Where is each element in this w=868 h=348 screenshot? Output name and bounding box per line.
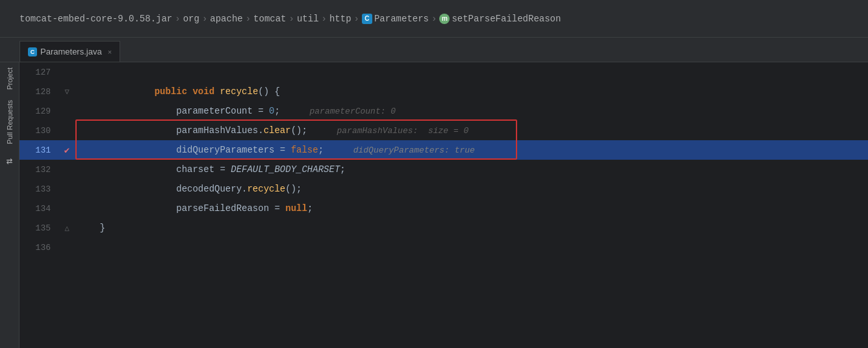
code-area: 127 128 ▽ public void recycle() { 129 xyxy=(19,62,868,348)
breadcrumb-jar[interactable]: tomcat-embed-core-9.0.58.jar xyxy=(19,14,172,24)
breadcrumb-sep1: › xyxy=(175,14,180,24)
line-num-129: 129 xyxy=(19,106,58,116)
breadcrumb-sep5: › xyxy=(322,14,327,24)
line-num-127: 127 xyxy=(19,68,58,77)
breadcrumb-apache[interactable]: apache xyxy=(210,14,242,24)
left-sidebar: Project Pull Requests ⇄ xyxy=(0,62,19,348)
line-num-135: 135 xyxy=(19,223,58,233)
line-gutter-135: △ xyxy=(58,223,75,233)
line-num-136: 136 xyxy=(19,243,58,253)
line-num-128: 128 xyxy=(19,87,58,97)
breadcrumb-util[interactable]: util xyxy=(297,14,319,24)
tab-label: Parameters.java xyxy=(40,47,102,56)
fold-icon-128: ▽ xyxy=(64,87,69,97)
breadcrumb-org[interactable]: org xyxy=(183,14,199,24)
tab-parameters-java[interactable]: C Parameters.java × xyxy=(19,41,120,62)
code-line-135: 135 △ } xyxy=(19,218,868,238)
line-num-134: 134 xyxy=(19,204,58,214)
class-icon: C xyxy=(362,14,372,24)
tab-class-icon: C xyxy=(28,47,37,56)
breadcrumb-sep2: › xyxy=(202,14,207,24)
line-num-131: 131 xyxy=(19,145,58,155)
code-content: 127 128 ▽ public void recycle() { 129 xyxy=(19,62,868,348)
main-area: Project Pull Requests ⇄ 127 128 ▽ public xyxy=(0,62,868,348)
breadcrumb-method[interactable]: setParseFailedReason xyxy=(452,14,561,24)
breadcrumb-sep4: › xyxy=(289,14,294,24)
line-gutter-131: ✔ xyxy=(58,145,75,156)
tabs-bar: C Parameters.java × xyxy=(0,38,868,62)
fold-icon-135: △ xyxy=(64,223,69,233)
code-line-134: 134 parseFailedReason = null; xyxy=(19,199,868,218)
sidebar-pull-requests-label[interactable]: Pull Requests xyxy=(6,95,14,149)
breadcrumb-sep7: › xyxy=(431,14,437,24)
code-text-135: } xyxy=(75,218,868,238)
code-line-136: 136 xyxy=(19,238,868,257)
breadcrumb-sep6: › xyxy=(354,14,359,24)
line-num-133: 133 xyxy=(19,184,58,194)
breadcrumb-sep3: › xyxy=(246,14,251,24)
tab-close-icon[interactable]: × xyxy=(108,48,112,56)
breadcrumb-http[interactable]: http xyxy=(329,14,351,24)
line-num-132: 132 xyxy=(19,165,58,175)
breadcrumb-bar: tomcat-embed-core-9.0.58.jar › org › apa… xyxy=(0,0,868,38)
sidebar-project-label[interactable]: Project xyxy=(6,62,14,95)
line-num-130: 130 xyxy=(19,126,58,136)
sidebar-bottom-icon[interactable]: ⇄ xyxy=(6,149,13,173)
breadcrumb-tomcat[interactable]: tomcat xyxy=(253,14,286,24)
line-gutter-128: ▽ xyxy=(58,87,75,97)
breakpoint-icon-131[interactable]: ✔ xyxy=(64,145,70,156)
breadcrumb-parameters[interactable]: Parameters xyxy=(374,14,429,24)
method-icon: m xyxy=(439,14,450,24)
